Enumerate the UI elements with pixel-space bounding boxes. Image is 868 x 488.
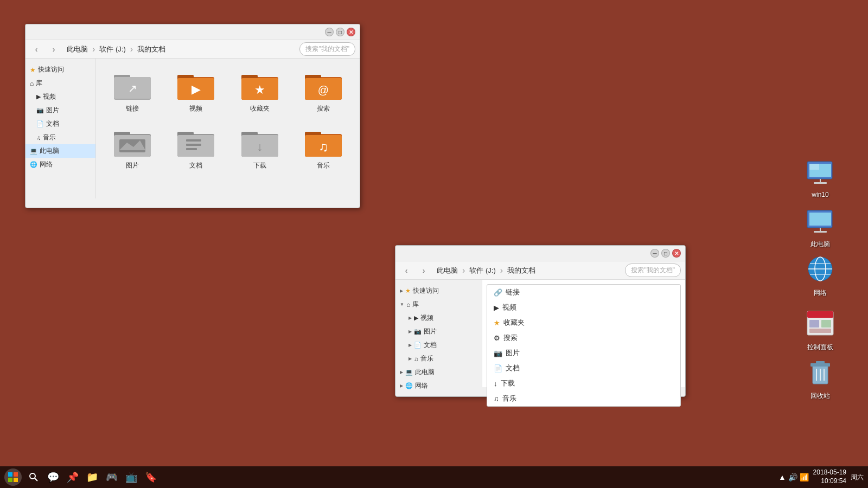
dropdown-video-label: 视频 [502, 303, 516, 312]
sidebar-thispc-1[interactable]: 💻 此电脑 [25, 144, 95, 158]
search-box-2[interactable]: 搜索"我的文档" [625, 264, 681, 277]
folder-documents[interactable]: 文档 [167, 122, 226, 175]
back-button-1[interactable]: ‹ [30, 43, 43, 56]
minimize-button-1[interactable]: ─ [325, 28, 334, 36]
taskbar-bookmark[interactable]: 🔖 [142, 468, 159, 486]
taskbar-folder[interactable]: 📁 [84, 468, 101, 486]
taskbar-clock: 2018-05-19 10:09:54 [813, 468, 846, 485]
desktop-icon-computer[interactable]: 此电脑 [799, 201, 842, 251]
minimize-button-2[interactable]: ─ [650, 249, 659, 258]
back-button-2[interactable]: ‹ [400, 264, 413, 277]
taskbar-chat[interactable]: 💬 [44, 468, 62, 486]
dropdown-video[interactable]: ▶ 视频 [487, 300, 680, 315]
control-panel-label: 控制面板 [807, 343, 833, 352]
svg-rect-53 [809, 329, 831, 333]
forward-button-1[interactable]: › [47, 43, 60, 56]
folder-downloads[interactable]: ↓ 下载 [230, 122, 290, 175]
toolbar-1: ‹ › 此电脑 › 软件 (J:) › 我的文档 搜索"我的文档" [25, 40, 360, 59]
svg-rect-25 [186, 144, 201, 146]
taskbar-pin[interactable]: 📌 [64, 468, 81, 486]
dropdown-music-icon: ♫ [494, 395, 499, 403]
dropdown-pictures[interactable]: 📷 图片 [487, 345, 680, 361]
pictures-label-1: 图片 [46, 106, 59, 115]
folder-search[interactable]: @ 搜索 [294, 65, 354, 118]
forward-button-2[interactable]: › [417, 264, 430, 277]
dropdown-search[interactable]: ⚙ 搜索 [487, 330, 680, 345]
breadcrumb-drive-1[interactable]: 软件 (J:) [97, 43, 127, 55]
window-body-2: ▶ ★ 快速访问 ▼ ⌂ 库 ▶ ▶ 视频 ▶ 📷 图片 ▶ � [395, 280, 685, 387]
folder-links[interactable]: ↗ 链接 [103, 65, 162, 118]
sidebar-library-1[interactable]: ⌂ 库 [25, 76, 95, 90]
folder-documents-label: 文档 [189, 161, 202, 170]
breadcrumb-docs-2[interactable]: 我的文档 [505, 265, 538, 277]
svg-rect-51 [809, 320, 819, 328]
breadcrumb-docs-1[interactable]: 我的文档 [135, 43, 168, 55]
dropdown-music[interactable]: ♫ 音乐 [487, 391, 680, 406]
folder-pictures[interactable]: 图片 [103, 122, 162, 175]
breadcrumb-computer-1[interactable]: 此电脑 [65, 43, 90, 55]
taskbar-screen[interactable]: 📺 [123, 468, 140, 486]
svg-rect-50 [807, 311, 833, 318]
maximize-button-2[interactable]: □ [661, 249, 670, 258]
library-label-2: 库 [412, 300, 419, 309]
desktop-icon-network[interactable]: 网络 [799, 249, 842, 300]
sidebar-quickaccess-1[interactable]: ★ 快速访问 [25, 63, 95, 76]
sidebar-documents-2[interactable]: ▶ 📄 文档 [395, 338, 482, 352]
documents-label-1: 文档 [46, 119, 59, 129]
sidebar-documents-1[interactable]: 📄 文档 [25, 117, 95, 131]
sidebar-quickaccess-2[interactable]: ▶ ★ 快速访问 [395, 284, 482, 298]
folder-music-label: 音乐 [317, 161, 330, 170]
taskbar-search[interactable] [25, 468, 42, 486]
sidebar-music-2[interactable]: ▶ ♫ 音乐 [395, 352, 482, 365]
sidebar-pictures-1[interactable]: 📷 图片 [25, 104, 95, 117]
folder-music[interactable]: ♫ 音乐 [294, 122, 354, 175]
sidebar-music-1[interactable]: ♫ 音乐 [25, 131, 95, 144]
svg-rect-39 [809, 164, 819, 170]
breadcrumb-drive-2[interactable]: 软件 (J:) [467, 265, 497, 277]
sidebar-thispc-2[interactable]: ▶ 💻 此电脑 [395, 365, 482, 379]
dropdown-video-icon: ▶ [494, 304, 499, 312]
thispc-label-2: 此电脑 [415, 368, 435, 377]
folder-video[interactable]: ▶ 视频 [167, 65, 226, 118]
sidebar-video-2[interactable]: ▶ ▶ 视频 [395, 311, 482, 325]
folder-video-label: 视频 [189, 104, 202, 113]
dropdown-downloads-icon: ↓ [494, 380, 497, 388]
close-button-1[interactable]: ✕ [347, 28, 355, 36]
sidebar-library-2[interactable]: ▼ ⌂ 库 [395, 298, 482, 311]
search-box-1[interactable]: 搜索"我的文档" [299, 42, 355, 56]
dropdown-favorites[interactable]: ★ 收藏夹 [487, 315, 680, 330]
titlebar-2: ─ □ ✕ [395, 246, 685, 261]
desktop-icon-control-panel[interactable]: 控制面板 [799, 304, 842, 354]
taskbar-weekday: 周六 [851, 473, 864, 482]
desktop-icon-win10[interactable]: win10 [799, 152, 842, 201]
sidebar-network-2[interactable]: ▶ 🌐 网络 [395, 379, 482, 393]
folder-links-label: 链接 [126, 104, 139, 113]
breadcrumb-computer-2[interactable]: 此电脑 [435, 265, 460, 277]
dropdown-documents[interactable]: 📄 文档 [487, 361, 680, 376]
dropdown-links[interactable]: 🔗 链接 [487, 285, 680, 300]
start-button[interactable] [4, 468, 22, 486]
breadcrumb-sep-2: › [130, 44, 133, 54]
documents-icon-2: 📄 [414, 342, 422, 349]
close-button-2[interactable]: ✕ [672, 249, 681, 258]
folder-favorites[interactable]: ★ 收藏夹 [230, 65, 290, 118]
desktop-icon-recycle-bin[interactable]: 回收站 [799, 352, 842, 403]
sidebar-pictures-2[interactable]: ▶ 📷 图片 [395, 325, 482, 338]
dropdown-downloads-label: 下载 [501, 378, 515, 388]
control-panel-icon [803, 306, 838, 341]
breadcrumb-sep-1: › [92, 44, 95, 54]
svg-rect-52 [821, 320, 831, 328]
sidebar-video-1[interactable]: ▶ 视频 [25, 90, 95, 104]
documents-icon-1: 📄 [36, 120, 44, 127]
network-icon-2: 🌐 [405, 382, 413, 389]
taskbar-game[interactable]: 🎮 [103, 468, 120, 486]
music-icon-1: ♫ [36, 134, 41, 141]
dropdown-documents-label: 文档 [506, 363, 520, 373]
maximize-button-1[interactable]: □ [336, 28, 344, 36]
recycle-bin-label: 回收站 [810, 391, 830, 401]
folder-pictures-label: 图片 [126, 161, 139, 170]
svg-text:▶: ▶ [192, 82, 201, 96]
thispc-icon-2: 💻 [405, 369, 413, 376]
dropdown-downloads[interactable]: ↓ 下载 [487, 376, 680, 391]
sidebar-network-1[interactable]: 🌐 网络 [25, 158, 95, 171]
